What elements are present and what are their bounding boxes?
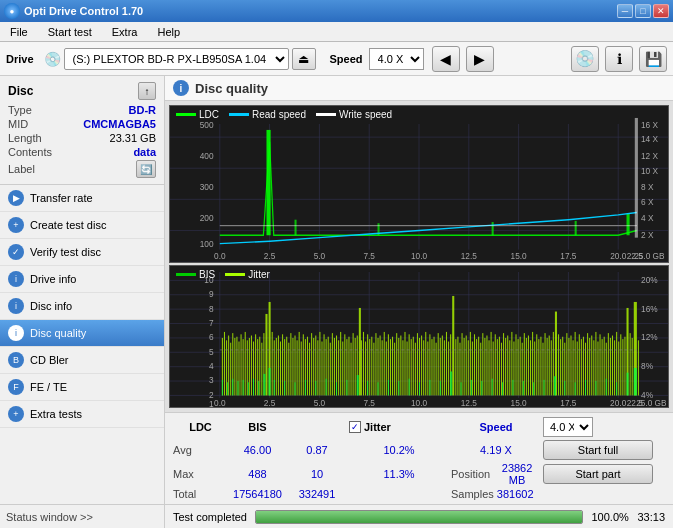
- svg-rect-122: [290, 333, 291, 395]
- svg-rect-167: [384, 331, 385, 395]
- svg-rect-230: [515, 334, 516, 395]
- disc-type-row: Type BD-R: [8, 104, 156, 116]
- menu-start-test[interactable]: Start test: [42, 24, 98, 40]
- sidebar-item-transfer-rate[interactable]: ▶ Transfer rate: [0, 185, 164, 212]
- svg-rect-264: [587, 333, 588, 395]
- speed-select[interactable]: 4.0 X: [369, 48, 424, 70]
- menu-extra[interactable]: Extra: [106, 24, 144, 40]
- svg-rect-251: [560, 339, 561, 395]
- svg-rect-287: [638, 340, 639, 395]
- start-part-button[interactable]: Start part: [543, 464, 653, 484]
- sidebar-item-disc-info[interactable]: i Disc info: [0, 293, 164, 320]
- sidebar-item-fe-te[interactable]: F FE / TE: [0, 374, 164, 401]
- svg-rect-141: [330, 342, 331, 395]
- save-button[interactable]: 💾: [639, 46, 667, 72]
- legend-write-speed-label: Write speed: [339, 109, 392, 120]
- sidebar-item-cd-bler[interactable]: B CD Bler: [0, 347, 164, 374]
- max-jitter: 11.3%: [349, 468, 449, 480]
- svg-rect-163: [375, 333, 376, 395]
- sidebar-item-disc-quality[interactable]: i Disc quality: [0, 320, 164, 347]
- svg-rect-254: [566, 333, 567, 395]
- disc-type-value: BD-R: [129, 104, 157, 116]
- svg-text:9: 9: [209, 288, 214, 299]
- nav-list: ▶ Transfer rate + Create test disc ✓ Ver…: [0, 185, 164, 504]
- svg-rect-305: [346, 379, 347, 395]
- drive-select[interactable]: (S:) PLEXTOR BD-R PX-LB950SA 1.04: [64, 48, 289, 70]
- disc-quality-header: i Disc quality: [165, 76, 673, 101]
- svg-rect-277: [614, 340, 615, 395]
- verify-test-disc-icon: ✓: [8, 244, 24, 260]
- minimize-button[interactable]: ─: [617, 4, 633, 18]
- svg-rect-234: [524, 333, 525, 395]
- disc-mid-row: MID CMCMAGBA5: [8, 118, 156, 130]
- disc-icon-button[interactable]: 💿: [571, 46, 599, 72]
- label-edit-button[interactable]: 🔄: [136, 160, 156, 178]
- titlebar: ● Opti Drive Control 1.70 ─ □ ✕: [0, 0, 673, 22]
- svg-text:500: 500: [200, 119, 214, 130]
- svg-rect-197: [446, 331, 447, 395]
- svg-rect-333: [634, 367, 637, 395]
- svg-rect-246: [549, 335, 550, 395]
- info-button[interactable]: ℹ: [605, 46, 633, 72]
- transfer-rate-icon: ▶: [8, 190, 24, 206]
- svg-rect-208: [470, 331, 471, 395]
- svg-rect-228: [511, 331, 512, 395]
- svg-rect-301: [305, 379, 306, 395]
- disc-contents-label: Contents: [8, 146, 52, 158]
- svg-rect-38: [266, 130, 270, 235]
- sidebar-item-extra-tests[interactable]: + Extra tests: [0, 401, 164, 428]
- svg-text:6: 6: [209, 331, 214, 342]
- svg-rect-260: [579, 334, 580, 395]
- svg-rect-116: [278, 335, 279, 395]
- drive-label: Drive: [6, 53, 34, 65]
- close-button[interactable]: ✕: [653, 4, 669, 18]
- svg-text:0.0: 0.0: [214, 251, 226, 262]
- jitter-checkbox-row: ✓ Jitter: [349, 421, 449, 433]
- stats-panel: LDC BIS ✓ Jitter Speed 4.0 X Avg 46.00 0: [165, 412, 673, 504]
- svg-rect-190: [431, 339, 432, 395]
- svg-rect-329: [595, 381, 596, 395]
- svg-rect-104: [251, 335, 252, 395]
- svg-rect-271: [602, 339, 603, 395]
- extra-tests-label: Extra tests: [30, 408, 82, 420]
- sidebar-item-create-test-disc[interactable]: + Create test disc: [0, 212, 164, 239]
- svg-rect-313: [429, 379, 430, 395]
- disc-quality-title: Disc quality: [195, 81, 268, 96]
- speed-arrow-left-button[interactable]: ◀: [432, 46, 460, 72]
- svg-rect-146: [340, 331, 341, 395]
- svg-text:2.5: 2.5: [264, 251, 276, 262]
- svg-rect-274: [608, 333, 609, 395]
- svg-rect-198: [448, 341, 449, 395]
- menu-help[interactable]: Help: [151, 24, 186, 40]
- speed-arrow-right-button[interactable]: ▶: [466, 46, 494, 72]
- avg-jitter: 10.2%: [349, 444, 449, 456]
- jitter-checkbox[interactable]: ✓: [349, 421, 361, 433]
- total-label: Total: [173, 488, 228, 500]
- menu-file[interactable]: File: [4, 24, 34, 40]
- status-right: Test completed 100.0% 33:13: [165, 505, 673, 528]
- legend-bis-label: BIS: [199, 269, 215, 280]
- maximize-button[interactable]: □: [635, 4, 651, 18]
- svg-rect-205: [464, 337, 465, 395]
- svg-text:400: 400: [200, 150, 214, 161]
- svg-rect-320: [502, 382, 503, 395]
- start-full-button[interactable]: Start full: [543, 440, 653, 460]
- legend-read-speed: Read speed: [229, 109, 306, 120]
- svg-rect-276: [612, 335, 613, 395]
- svg-rect-307: [367, 381, 368, 395]
- svg-rect-151: [351, 342, 352, 395]
- eject-button[interactable]: ⏏: [292, 48, 316, 70]
- disc-arrow-button[interactable]: ↑: [138, 82, 156, 100]
- svg-rect-259: [577, 341, 578, 395]
- svg-rect-240: [536, 334, 537, 395]
- app-title: Opti Drive Control 1.70: [24, 5, 143, 17]
- svg-rect-41: [492, 222, 494, 235]
- speed-select-stats[interactable]: 4.0 X: [543, 417, 593, 437]
- position-label: Position: [451, 468, 490, 480]
- svg-rect-183: [417, 333, 418, 395]
- sidebar-item-drive-info[interactable]: i Drive info: [0, 266, 164, 293]
- svg-rect-256: [570, 335, 571, 395]
- sidebar-item-verify-test-disc[interactable]: ✓ Verify test disc: [0, 239, 164, 266]
- svg-rect-236: [528, 335, 529, 395]
- cd-bler-label: CD Bler: [30, 354, 69, 366]
